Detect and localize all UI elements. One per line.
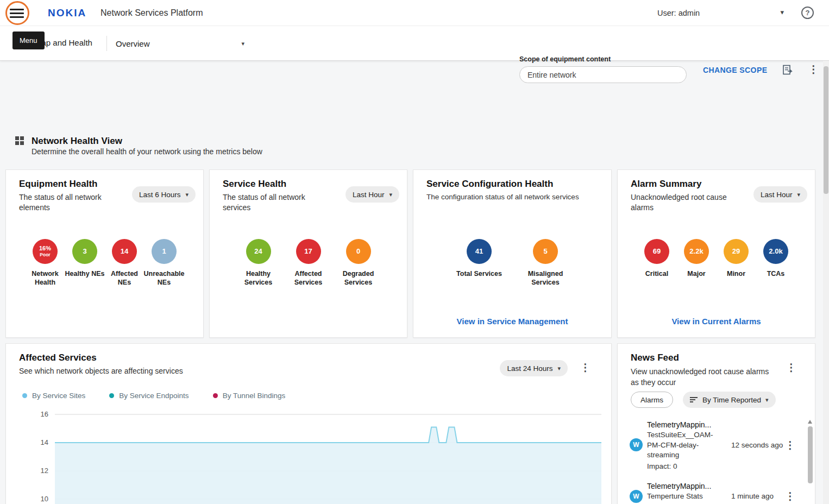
card-title: Service Health (223, 179, 286, 190)
card-subtitle: The status of all network elements (19, 192, 116, 213)
menu-bar (10, 12, 24, 14)
metric-circle: 0 (346, 239, 371, 264)
metric-value: 41 (475, 248, 483, 255)
page-scrollbar-thumb[interactable] (824, 66, 828, 194)
scroll-up-icon[interactable] (808, 420, 812, 424)
time-filter-dropdown[interactable]: Last 24 Hours ▾ (500, 360, 568, 376)
metric-value: 17 (304, 248, 312, 255)
time-filter-label: Last 24 Hours (507, 364, 552, 373)
news-item-desc: Temperture Stats (647, 492, 726, 502)
chevron-down-icon: ▾ (797, 191, 800, 198)
news-item-text: TelemetryMappin... TestSuiteEx__OAM-PM-C… (647, 420, 726, 470)
metric-value: 1 (162, 248, 166, 255)
metric-value: 2.2k (689, 248, 703, 255)
news-feed-card: News Feed ⋮ View unacknowledged root cau… (617, 343, 815, 504)
metric-label: Affected NEs (105, 269, 145, 287)
card-title: Alarm Summary (631, 179, 701, 190)
chevron-down-icon: ▾ (780, 8, 784, 16)
alarms-filter-chip[interactable]: Alarms (631, 392, 673, 408)
news-item-time: 1 minute ago (731, 492, 774, 500)
card-subtitle: The configuration status of all network … (426, 192, 598, 202)
metric-label: Healthy Services (235, 269, 282, 287)
service-config-health-card: Service Configuration Health The configu… (413, 169, 612, 338)
metric-circle: 14 (112, 239, 137, 264)
svg-text:12: 12 (41, 467, 48, 475)
metric-tcas: 2.0k TCAs (756, 239, 796, 278)
page-scrollbar (823, 61, 829, 504)
view-in-service-management-link[interactable]: View in Service Management (413, 317, 611, 326)
metric-affected-services: 17 Affected Services (285, 239, 332, 287)
report-icon[interactable] (781, 64, 793, 76)
avatar: W (630, 438, 643, 451)
metric-label: Unreachable NEs (143, 269, 184, 287)
metric-minor-alarms: 29 Minor (717, 239, 756, 278)
menu-icon[interactable] (10, 7, 24, 20)
metric-label: Major (687, 269, 705, 278)
affected-services-card: Affected Services See which network obje… (5, 343, 612, 504)
time-filter-dropdown[interactable]: Last 6 Hours ▾ (132, 186, 196, 203)
view-selector[interactable]: Overview ▾ (116, 34, 244, 53)
metric-value: 16% (39, 245, 51, 252)
metric-label: Minor (727, 269, 745, 278)
view-in-current-alarms-link[interactable]: View in Current Alarms (618, 317, 815, 326)
metric-circle: 3 (72, 239, 97, 264)
news-item-text: TelemetryMappin... Temperture Stats Impa… (647, 481, 726, 504)
news-feed-filters: Alarms By Time Reported ▾ (631, 392, 776, 408)
menu-tooltip: Menu (12, 32, 45, 49)
legend-label: By Service Sites (32, 392, 85, 400)
metric-label: Healthy NEs (65, 269, 105, 278)
legend-by-service-endpoints[interactable]: By Service Endpoints (109, 392, 189, 400)
main-content: Network Health View Determine the overal… (0, 61, 829, 504)
chart-legend: By Service Sites By Service Endpoints By… (22, 392, 285, 400)
svg-text:14: 14 (41, 438, 48, 446)
time-filter-label: Last Hour (761, 191, 793, 199)
metric-value: 5 (543, 248, 547, 255)
change-scope-button[interactable]: CHANGE SCOPE (703, 66, 767, 74)
news-feed-list: W TelemetryMappin... TestSuiteEx__OAM-PM… (618, 414, 809, 504)
metric-degraded-services: 0 Degraded Services (335, 239, 382, 287)
metric-value: 0 (356, 248, 360, 255)
card-overflow-icon[interactable]: ⋮ (580, 361, 591, 374)
metric-affected-nes: 14 Affected NEs (105, 239, 145, 287)
metric-label: Network Health (26, 269, 65, 287)
scope-input[interactable]: Entire network (519, 66, 687, 83)
news-item-overflow-icon[interactable]: ⋮ (785, 439, 795, 451)
legend-label: By Service Endpoints (119, 392, 189, 400)
metric-value: 2.0k (769, 248, 782, 255)
card-title: Service Configuration Health (426, 179, 553, 190)
news-feed-item[interactable]: W TelemetryMappin... TestSuiteEx__OAM-PM… (618, 414, 809, 476)
chevron-down-icon: ▾ (185, 191, 189, 198)
legend-by-tunnel-bindings[interactable]: By Tunnel Bindings (213, 392, 286, 400)
newsfeed-scrollbar-thumb[interactable] (808, 426, 813, 483)
time-filter-label: Last 6 Hours (139, 191, 181, 199)
metric-critical-alarms: 69 Critical (637, 239, 677, 278)
nokia-logo: NOKIA (48, 7, 86, 19)
news-item-overflow-icon[interactable]: ⋮ (785, 490, 795, 502)
metric-circle: 24 (246, 239, 271, 264)
metric-value: 14 (121, 248, 128, 255)
metric-circle: 41 (467, 239, 492, 264)
metric-label: Total Services (456, 269, 502, 278)
time-filter-dropdown[interactable]: Last Hour ▾ (346, 186, 399, 203)
legend-by-service-sites[interactable]: By Service Sites (22, 392, 85, 400)
affected-services-chart: 1614121086# of Affected Services (14, 408, 605, 504)
toolbar: Map and Health Overview ▾ Scope of equip… (0, 26, 829, 61)
news-item-title: TelemetryMappin... (647, 481, 726, 492)
card-subtitle: View unacknowledged root cause alarms as… (631, 367, 778, 388)
help-icon[interactable]: ? (801, 7, 814, 19)
toolbar-overflow-icon[interactable]: ⋮ (808, 63, 819, 75)
menu-bar (10, 16, 24, 18)
dashboard-icon (15, 136, 24, 145)
user-menu[interactable]: User: admin ▾ (655, 0, 790, 26)
top-header: NOKIA Network Services Platform User: ad… (0, 0, 829, 26)
sort-dropdown[interactable]: By Time Reported ▾ (683, 392, 776, 408)
news-feed-item[interactable]: W TelemetryMappin... Temperture Stats Im… (618, 476, 809, 504)
newsfeed-scrollbar (808, 420, 813, 504)
metric-circle: 5 (533, 239, 558, 264)
card-title: Affected Services (19, 352, 97, 363)
card-subtitle: The status of all network services (223, 192, 319, 213)
time-filter-dropdown[interactable]: Last Hour ▾ (753, 186, 807, 203)
card-overflow-icon[interactable]: ⋮ (786, 361, 796, 374)
metrics-row: 16% Poor Network Health 3 Healthy NEs 14 (6, 239, 203, 287)
sort-icon (690, 396, 698, 403)
